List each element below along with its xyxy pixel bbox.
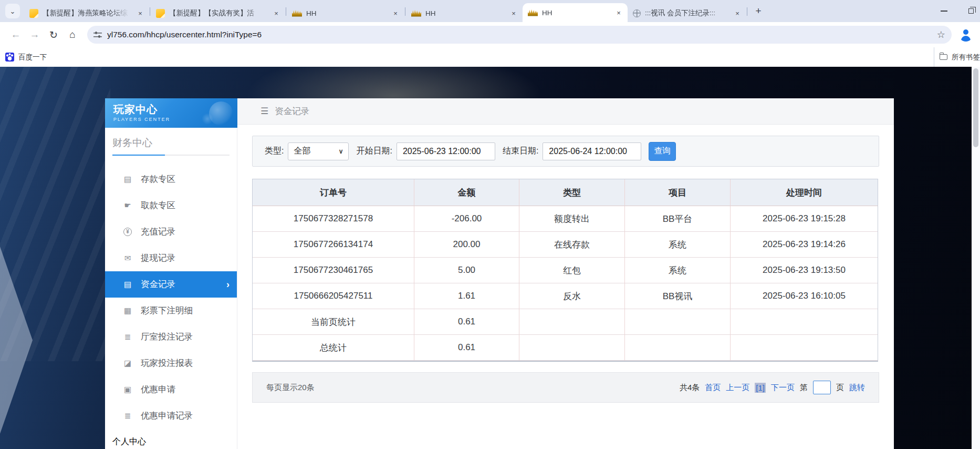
close-icon[interactable]: × (509, 8, 518, 18)
funds-table: 订单号 金额 类型 项目 处理时间 1750677328271578 -206.… (252, 179, 878, 362)
scrollbar-thumb[interactable] (973, 68, 978, 147)
bookmark-baidu[interactable]: 百度一下 (5, 53, 47, 62)
close-icon[interactable]: × (391, 8, 400, 18)
cell-type: 红包 (519, 258, 625, 283)
column-header-project: 项目 (625, 179, 731, 206)
list-card-icon: ▦ (122, 306, 133, 315)
list-icon: ≣ (122, 411, 133, 421)
globe-favicon (633, 9, 641, 17)
cell-project: BB视讯 (625, 283, 731, 309)
hh-favicon (528, 9, 538, 16)
bookmark-star-icon[interactable]: ☆ (937, 29, 945, 40)
sidebar-item-label: 取款专区 (141, 200, 175, 211)
close-icon[interactable]: × (614, 8, 623, 17)
hh-favicon (411, 10, 421, 17)
window-controls (941, 0, 974, 22)
tab-title: :::视讯 会员下注纪录::: (645, 8, 729, 18)
tab-divider (405, 7, 405, 16)
background-wedge (0, 247, 33, 434)
cell-project: 系统 (625, 258, 731, 283)
sidebar-item-withdrawal-record[interactable]: ✉ 提现记录 (105, 245, 237, 271)
hh-favicon (292, 10, 302, 17)
reload-button[interactable]: ↻ (45, 26, 62, 43)
back-button[interactable]: ← (7, 26, 24, 43)
forward-icon: → (30, 29, 40, 40)
section-personal-label: 个人中心 (112, 436, 230, 447)
cell-empty (625, 335, 731, 361)
next-page-link[interactable]: 下一页 (771, 383, 795, 393)
sidebar-item-promo-apply-record[interactable]: ≣ 优惠申请记录 (105, 403, 237, 429)
tab-video-records[interactable]: :::视讯 会员下注纪录::: × (628, 4, 746, 22)
back-icon: ← (11, 29, 21, 40)
close-icon[interactable]: × (135, 8, 145, 18)
page-input-prefix: 第 (800, 383, 808, 393)
start-date-input[interactable]: 2025-06-23 12:00:00 (397, 142, 495, 160)
section-finance-label: 财务中心 (112, 136, 230, 150)
sidebar-item-withdraw[interactable]: ☛ 取款专区 (105, 192, 237, 219)
cell-order-id: 1750677328271578 (253, 206, 414, 232)
cell-order-id: 1750677230461765 (253, 258, 414, 283)
all-bookmarks-label: 所有书签 (952, 53, 980, 62)
page-number-input[interactable] (813, 381, 831, 394)
jump-link[interactable]: 跳转 (849, 383, 865, 393)
tab-forum-1[interactable]: 【新提醒】海燕策略论坛综 × (24, 4, 149, 22)
sidebar: 财务中心 ▤ 存款专区 ☛ 取款专区 ¥ 充值记录 ✉ 提现记录 ▤ 资金记录 (105, 128, 237, 449)
tab-search-button[interactable]: ⌄ (5, 4, 20, 18)
hamburger-icon[interactable]: ☰ (260, 106, 268, 117)
tab-divider (747, 7, 747, 16)
sidebar-item-label: 彩票下注明细 (141, 305, 193, 317)
prev-page-link[interactable]: 上一页 (726, 383, 749, 393)
type-select[interactable]: 全部 ∨ (288, 142, 349, 160)
sidebar-item-deposit[interactable]: ▤ 存款专区 (105, 166, 237, 192)
type-select-value: 全部 (294, 146, 310, 157)
page-scrollbar[interactable] (972, 67, 980, 449)
sidebar-item-promo-apply[interactable]: ▣ 优惠申请 (105, 376, 237, 403)
minimize-icon (941, 11, 947, 12)
close-icon[interactable]: × (733, 8, 742, 18)
bookmarks-bar: 百度一下 所有书签 (0, 47, 980, 67)
baidu-paw-icon (5, 53, 14, 62)
restore-button[interactable] (968, 8, 974, 14)
minimize-button[interactable] (941, 11, 947, 12)
cell-empty (519, 335, 625, 361)
cell-order-id: 1750677266134174 (253, 232, 414, 258)
sidebar-item-funds-record[interactable]: ▤ 资金记录 › (105, 271, 237, 298)
tab-title: 【新提醒】【实战有奖】活 (169, 8, 268, 18)
mail-favicon (156, 9, 165, 18)
sidebar-item-label: 优惠申请 (141, 384, 175, 395)
url-text[interactable]: yl756.com/hhcp/usercenter.html?iniType=6 (107, 30, 937, 39)
cell-page-total-label: 当前页统计 (253, 309, 414, 335)
new-tab-button[interactable]: + (751, 4, 766, 18)
cell-time: 2025-06-23 16:10:05 (731, 283, 878, 309)
sidebar-item-lottery-bet-detail[interactable]: ▦ 彩票下注明细 (105, 298, 237, 324)
all-bookmarks-button[interactable]: 所有书签 (934, 47, 980, 67)
home-button[interactable]: ⌂ (64, 26, 81, 43)
tab-hh-1[interactable]: HH × (287, 4, 404, 22)
tab-forum-2[interactable]: 【新提醒】【实战有奖】活 × (151, 4, 285, 22)
tab-hh-2[interactable]: HH × (406, 4, 523, 22)
browser-toolbar: ← → ↻ ⌂ yl756.com/hhcp/usercenter.html?i… (0, 22, 980, 47)
restore-icon (968, 8, 974, 14)
sidebar-item-player-bet-report[interactable]: ◪ 玩家投注报表 (105, 350, 237, 376)
section-finance: 财务中心 (105, 128, 237, 156)
pagination-bar: 每页显示20条 共4条 首页 上一页 [1] 下一页 第 页 跳转 (252, 372, 879, 403)
end-date-input[interactable]: 2025-06-24 12:00:00 (543, 142, 641, 160)
profile-avatar[interactable] (959, 28, 973, 42)
close-icon[interactable]: × (272, 8, 281, 18)
forward-button[interactable]: → (26, 26, 43, 43)
bookmark-label: 百度一下 (18, 53, 47, 62)
sidebar-subtitle: PLAYERS CENTER (113, 117, 237, 122)
sidebar-menu: ▤ 存款专区 ☛ 取款专区 ¥ 充值记录 ✉ 提现记录 ▤ 资金记录 › ▦ (105, 166, 237, 429)
sidebar-item-recharge-record[interactable]: ¥ 充值记录 (105, 219, 237, 245)
sidebar-item-label: 玩家投注报表 (141, 358, 193, 369)
column-header-time: 处理时间 (731, 179, 878, 206)
url-bar[interactable]: yl756.com/hhcp/usercenter.html?iniType=6… (87, 26, 952, 44)
players-center-banner: 玩家中心 PLAYERS CENTER (105, 98, 237, 128)
tab-hh-active[interactable]: HH × (523, 3, 628, 22)
search-button[interactable]: 查询 (649, 142, 676, 161)
site-settings-icon[interactable] (93, 30, 102, 39)
sidebar-item-hall-bet-record[interactable]: ≣ 厅室投注记录 (105, 324, 237, 350)
first-page-link[interactable]: 首页 (705, 383, 721, 393)
cell-empty (519, 309, 625, 335)
cell-order-id: 1750666205427511 (253, 283, 414, 309)
